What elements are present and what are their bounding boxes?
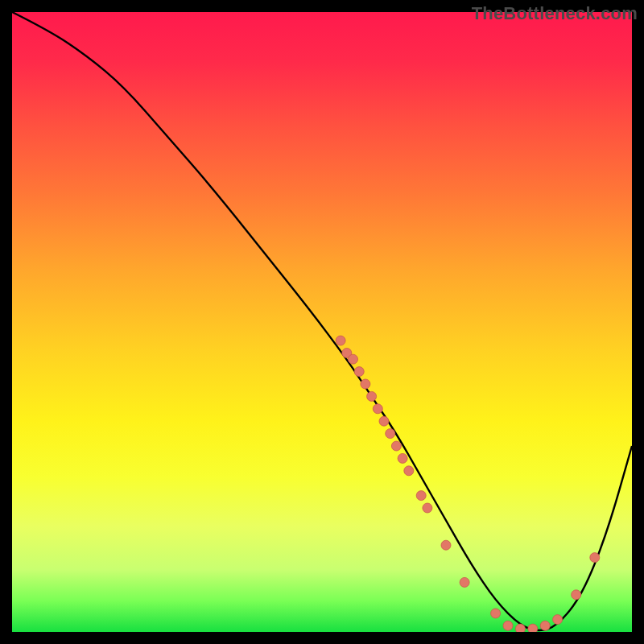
data-marker xyxy=(373,404,382,414)
data-marker xyxy=(398,453,407,463)
plot-area xyxy=(12,12,632,632)
data-marker xyxy=(404,466,414,476)
data-marker xyxy=(528,624,538,632)
data-marker xyxy=(460,577,469,587)
data-marker xyxy=(361,379,370,389)
data-marker xyxy=(441,540,451,550)
data-marker xyxy=(379,416,389,426)
data-marker xyxy=(416,491,426,501)
data-marker xyxy=(540,621,550,630)
curve-layer xyxy=(12,12,632,632)
watermark-text: TheBottleneck.com xyxy=(472,3,638,24)
chart-frame: TheBottleneck.com xyxy=(0,0,644,644)
data-marker xyxy=(349,354,358,364)
data-marker xyxy=(386,429,395,439)
data-marker xyxy=(503,621,513,630)
data-marker xyxy=(391,441,401,451)
data-marker xyxy=(515,624,525,632)
marker-group xyxy=(336,336,600,632)
data-marker xyxy=(354,367,364,377)
data-marker xyxy=(572,590,581,600)
data-marker xyxy=(423,503,432,513)
data-marker xyxy=(590,553,600,563)
data-marker xyxy=(367,391,377,401)
data-marker xyxy=(553,615,563,625)
data-marker xyxy=(336,336,345,345)
bottleneck-curve-path xyxy=(12,12,632,630)
data-marker xyxy=(491,609,501,618)
